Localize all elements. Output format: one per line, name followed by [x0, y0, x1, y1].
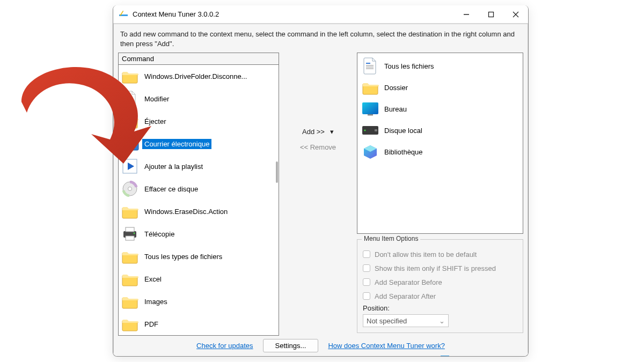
svg-point-8 — [128, 187, 132, 191]
checkbox-icon — [363, 264, 370, 272]
remove-button[interactable]: << Remove — [279, 143, 357, 151]
folder-icon — [362, 79, 379, 96]
command-item-label: Éjecter — [142, 116, 168, 127]
command-item-label: Télécopie — [142, 229, 177, 239]
folder-icon — [121, 202, 139, 220]
commands-listbox[interactable]: Windows.DriveFolder.Disconne...ModifierÉ… — [118, 64, 279, 336]
desktop-icon — [362, 100, 379, 117]
svg-rect-5 — [121, 137, 138, 150]
commands-pane: Command Windows.DriveFolder.Disconne...M… — [118, 53, 279, 336]
donate-link: Donate! — [133, 356, 158, 357]
svg-rect-21 — [375, 129, 377, 131]
add-button[interactable]: Add >> ▾ — [279, 128, 357, 136]
settings-button[interactable]: Settings... — [263, 339, 319, 352]
option-sep-before[interactable]: Add Separator Before — [363, 275, 517, 289]
footer-right: Get more cool stuff here: W http://winae… — [361, 356, 520, 357]
how-it-works-link[interactable]: How does Context Menu Tuner work? — [328, 342, 445, 350]
add-button-label: Add >> — [302, 128, 325, 136]
mail-icon — [121, 135, 139, 153]
destination-item-label: Disque local — [384, 127, 422, 135]
command-item[interactable]: Télécopie — [119, 223, 279, 245]
destination-item[interactable]: Bibliothèque — [362, 141, 518, 162]
folder-icon — [121, 270, 139, 288]
command-item-label: Windows.EraseDisc.Action — [142, 206, 230, 217]
command-item-label: Courrier électronique — [142, 139, 211, 149]
middle-buttons-pane: Add >> ▾ << Remove — [279, 53, 357, 336]
winaero-icon: W — [441, 356, 449, 357]
destination-item-label: Dossier — [384, 84, 408, 92]
command-item[interactable]: Tous les types de fichiers — [119, 245, 279, 268]
svg-point-20 — [364, 129, 365, 131]
checkbox-icon — [363, 278, 370, 286]
svg-rect-2 — [489, 12, 494, 17]
cool-stuff-label: Get more cool stuff here: — [361, 356, 437, 357]
folder-icon — [121, 315, 139, 333]
drive-icon — [362, 122, 379, 139]
scrollbar-thumb[interactable] — [276, 161, 278, 183]
window-title: Context Menu Tuner 3.0.0.2 — [133, 10, 454, 18]
command-item[interactable]: Éjecter — [119, 110, 279, 132]
command-item-label: Ajouter à la playlist — [142, 161, 205, 172]
command-item-label: PDF — [142, 319, 160, 329]
option-label: Add Separator After — [375, 292, 436, 300]
svg-point-12 — [134, 233, 135, 234]
command-item[interactable]: Modifier — [119, 87, 279, 110]
command-item[interactable]: Windows.EraseDisc.Action — [119, 200, 279, 223]
command-item[interactable]: Effacer ce disque — [119, 178, 279, 200]
option-not-default[interactable]: Don't allow this item to be default — [363, 247, 517, 261]
destination-item[interactable]: Bureau — [362, 98, 518, 120]
command-item-label: Images — [142, 297, 170, 307]
destination-item[interactable]: Tous les fichiers — [362, 55, 518, 77]
svg-rect-17 — [362, 102, 378, 114]
position-combobox[interactable]: Not specified ⌄ — [363, 314, 449, 327]
command-item[interactable]: Ajouter à la playlist — [119, 155, 279, 178]
folder-icon — [121, 292, 139, 311]
command-item-label: Modifier — [142, 94, 171, 104]
work-area: Command Windows.DriveFolder.Disconne...M… — [118, 53, 523, 336]
option-sep-after[interactable]: Add Separator After — [363, 289, 517, 303]
printer-icon — [121, 225, 139, 243]
close-button[interactable] — [503, 5, 528, 23]
option-shift-only[interactable]: Show this item only if SHIFT is pressed — [363, 261, 517, 275]
svg-rect-11 — [126, 236, 134, 240]
command-item[interactable]: Images — [119, 290, 279, 313]
folder-icon — [121, 67, 139, 85]
option-label: Add Separator Before — [375, 278, 442, 286]
destination-item-label: Tous les fichiers — [384, 62, 434, 70]
commands-header: Command — [118, 53, 279, 64]
group-label: Menu Item Options — [362, 235, 420, 242]
destination-item[interactable]: Disque local — [362, 120, 518, 141]
remove-button-label: << Remove — [300, 143, 336, 151]
client-area: To add new command to the context menu, … — [113, 24, 528, 357]
titlebar: Context Menu Tuner 3.0.0.2 — [113, 5, 528, 24]
destinations-listbox[interactable]: Tous les fichiersDossierBureauDisque loc… — [357, 53, 523, 234]
command-item-label: Excel — [142, 274, 164, 284]
svg-rect-10 — [126, 227, 134, 232]
command-item[interactable]: Windows.DriveFolder.Disconne... — [119, 65, 279, 87]
maximize-button[interactable] — [479, 5, 503, 23]
minimize-button[interactable] — [454, 5, 479, 23]
chevron-down-icon: ⌄ — [439, 317, 445, 325]
command-item[interactable]: PDF — [119, 313, 279, 335]
check-updates-link[interactable]: Check for updates — [196, 342, 253, 350]
checkbox-icon — [363, 250, 370, 258]
destination-item[interactable]: Dossier — [362, 77, 518, 98]
option-label: Show this item only if SHIFT is pressed — [375, 264, 496, 272]
destination-item-label: Bureau — [384, 105, 407, 113]
right-column: Tous les fichiersDossierBureauDisque loc… — [357, 53, 523, 336]
dropdown-caret-icon: ▾ — [330, 128, 334, 136]
command-item[interactable]: Excel — [119, 268, 279, 290]
status-bar: Donate! Get more cool stuff here: W http… — [118, 353, 523, 357]
command-item-label: Windows.DriveFolder.Disconne... — [142, 71, 249, 82]
donate-area[interactable]: Donate! — [121, 356, 158, 357]
settings-button-label: Settings... — [275, 342, 306, 350]
folder-icon — [121, 247, 139, 265]
command-item[interactable]: Courrier électronique — [119, 132, 279, 155]
svg-rect-24 — [441, 356, 449, 357]
doc-icon — [121, 90, 139, 108]
app-window: Context Menu Tuner 3.0.0.2 To add new co… — [113, 5, 529, 357]
svg-rect-18 — [368, 114, 373, 116]
winaero-link[interactable]: http://winaero.com — [452, 356, 509, 357]
donate-icon — [121, 356, 130, 357]
command-item-label: Effacer ce disque — [142, 184, 200, 194]
